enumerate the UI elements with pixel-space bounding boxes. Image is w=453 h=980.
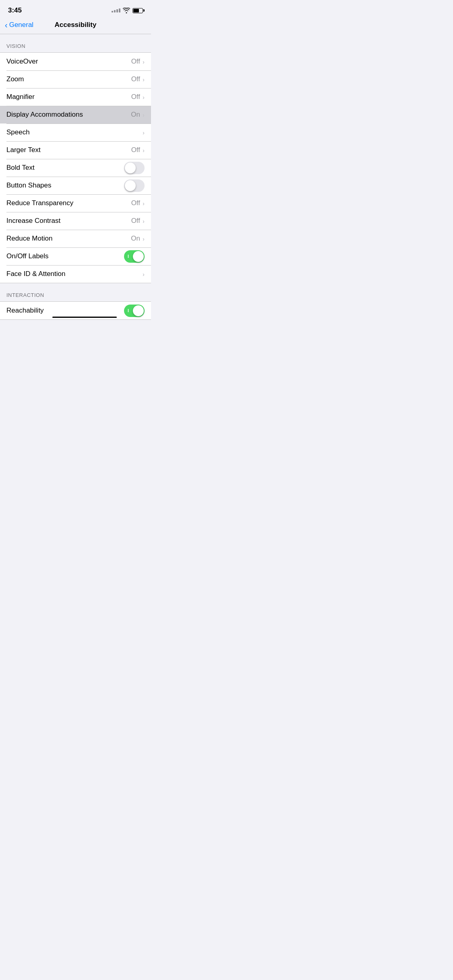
row-right-10: On›: [131, 235, 145, 243]
status-time: 3:45: [8, 6, 22, 14]
chevron-icon: ›: [143, 58, 145, 65]
row-label-3: Display Accommodations: [6, 111, 83, 119]
section-header-1: INTERACTION: [0, 283, 151, 301]
row-right-2: Off›: [131, 93, 145, 101]
settings-group-1: ReachabilityI: [0, 301, 151, 320]
toggle-knob: [125, 180, 136, 191]
toggle-button-shapes[interactable]: [124, 179, 145, 192]
row-label-6: Bold Text: [6, 164, 35, 172]
page-title: Accessibility: [55, 21, 97, 29]
row-right-3: On›: [131, 111, 145, 119]
chevron-icon: ›: [143, 76, 145, 83]
row-value-8: Off: [131, 199, 140, 207]
row-right-12: ›: [143, 271, 145, 278]
row-label-1: Zoom: [6, 75, 24, 83]
toggle-on-label: I: [128, 254, 129, 259]
status-icons: [112, 8, 143, 13]
settings-row-voiceover[interactable]: VoiceOverOff›: [0, 53, 151, 70]
toggle-knob: [125, 163, 136, 173]
row-label-7: Button Shapes: [6, 181, 52, 189]
chevron-icon: ›: [143, 129, 145, 136]
row-label-11: On/Off Labels: [6, 252, 49, 260]
row-value-5: Off: [131, 146, 140, 154]
toggle-knob: [133, 251, 144, 262]
row-right-8: Off›: [131, 199, 145, 207]
row-right-0: I: [124, 305, 145, 317]
toggle-knob: [133, 305, 144, 316]
chevron-icon: ›: [143, 235, 145, 242]
section-header-0: VISION: [0, 34, 151, 52]
settings-row-display-accommodations[interactable]: Display AccommodationsOn›: [0, 106, 151, 124]
row-label-10: Reduce Motion: [6, 235, 52, 243]
row-right-6: [124, 162, 145, 174]
settings-row-reduce-motion[interactable]: Reduce MotionOn›: [0, 230, 151, 247]
row-value-0: Off: [131, 58, 140, 66]
settings-row-speech[interactable]: Speech›: [0, 124, 151, 141]
row-right-5: Off›: [131, 146, 145, 154]
row-value-10: On: [131, 235, 140, 243]
row-label-8: Reduce Transparency: [6, 199, 73, 207]
settings-row-button-shapes[interactable]: Button Shapes: [0, 177, 151, 194]
row-label-2: Magnifier: [6, 93, 35, 101]
row-label-12: Face ID & Attention: [6, 270, 65, 278]
settings-row-reduce-transparency[interactable]: Reduce TransparencyOff›: [0, 194, 151, 212]
chevron-icon: ›: [143, 147, 145, 154]
settings-row-zoom[interactable]: ZoomOff›: [0, 70, 151, 88]
toggle-on-label: I: [128, 308, 129, 313]
back-chevron-icon: ‹: [5, 21, 8, 29]
settings-row-reachability[interactable]: ReachabilityI: [0, 302, 151, 319]
row-right-9: Off›: [131, 217, 145, 225]
status-bar: 3:45: [0, 0, 151, 18]
row-label-5: Larger Text: [6, 146, 41, 154]
toggle-reachability[interactable]: I: [124, 305, 145, 317]
back-label: General: [9, 21, 33, 29]
settings-row-bold-text[interactable]: Bold Text: [0, 159, 151, 177]
settings-row-larger-text[interactable]: Larger TextOff›: [0, 141, 151, 159]
signal-icon: [112, 8, 120, 12]
chevron-icon: ›: [143, 111, 145, 118]
settings-row-on-off-labels[interactable]: On/Off LabelsI: [0, 247, 151, 265]
chevron-icon: ›: [143, 94, 145, 101]
row-value-3: On: [131, 111, 140, 119]
settings-row-face-id---attention[interactable]: Face ID & Attention›: [0, 265, 151, 283]
row-label-0: Reachability: [6, 307, 44, 315]
row-value-9: Off: [131, 217, 140, 225]
row-right-7: [124, 179, 145, 192]
toggle-on-off-labels[interactable]: I: [124, 250, 145, 263]
nav-bar: ‹ General Accessibility: [0, 18, 151, 34]
row-label-4: Speech: [6, 128, 30, 136]
chevron-icon: ›: [143, 200, 145, 207]
row-label-9: Increase Contrast: [6, 217, 60, 225]
row-right-4: ›: [143, 129, 145, 136]
settings-group-0: VoiceOverOff›ZoomOff›MagnifierOff›Displa…: [0, 52, 151, 283]
row-right-1: Off›: [131, 75, 145, 83]
row-value-2: Off: [131, 93, 140, 101]
row-right-11: I: [124, 250, 145, 263]
settings-row-magnifier[interactable]: MagnifierOff›: [0, 88, 151, 106]
chevron-icon: ›: [143, 271, 145, 278]
reachability-line: [52, 317, 117, 318]
settings-row-increase-contrast[interactable]: Increase ContrastOff›: [0, 212, 151, 230]
row-value-1: Off: [131, 75, 140, 83]
battery-icon: [132, 8, 143, 13]
back-button[interactable]: ‹ General: [5, 21, 33, 29]
row-label-0: VoiceOver: [6, 58, 38, 66]
chevron-icon: ›: [143, 218, 145, 224]
wifi-icon: [123, 8, 130, 13]
settings-content: VISIONVoiceOverOff›ZoomOff›MagnifierOff›…: [0, 34, 151, 320]
row-right-0: Off›: [131, 58, 145, 66]
toggle-bold-text[interactable]: [124, 162, 145, 174]
